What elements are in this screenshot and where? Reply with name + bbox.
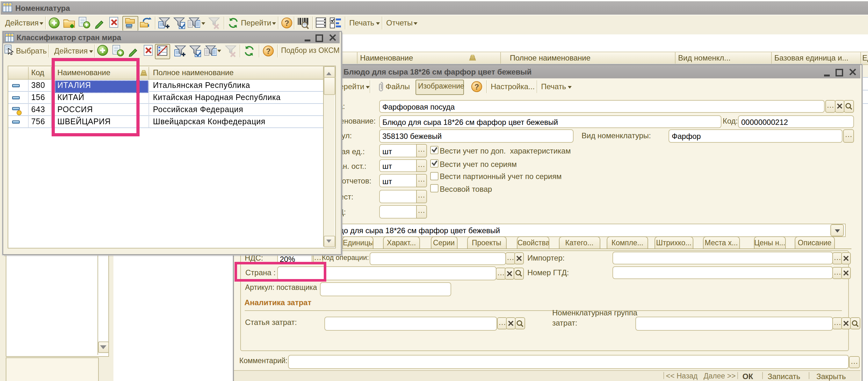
svg-text:?: ? xyxy=(284,19,289,27)
svg-text:?: ? xyxy=(474,83,479,91)
svg-text:?: ? xyxy=(266,47,271,56)
